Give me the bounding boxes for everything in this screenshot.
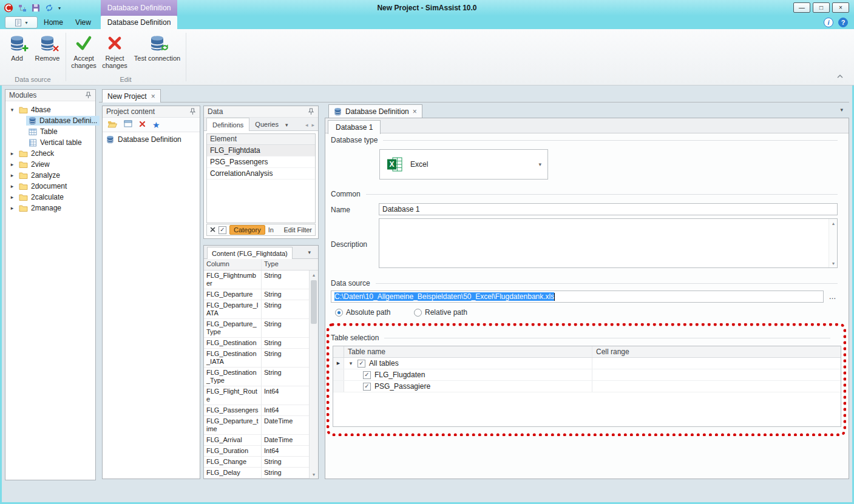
ribbon-tab-home[interactable]: Home [39,16,68,29]
grid-row[interactable]: FLG_DurationInt64 [204,446,309,457]
grid-row[interactable]: FLG_DelayString [204,468,309,479]
minimize-button[interactable]: — [793,2,810,13]
expander-icon[interactable]: ▸ [8,194,16,200]
favorite-star-icon[interactable]: ★ [152,121,160,129]
close-button[interactable]: × [832,2,849,13]
sync-icon[interactable] [45,4,53,12]
memo-scrollbar[interactable]: ▴ ▾ [829,219,837,267]
test-connection-button[interactable]: Test connection [131,33,183,62]
tree-item-4base[interactable]: ▾ 4base [5,104,95,115]
radio-relative-path[interactable]: Relative path [414,308,467,317]
cell-range-value[interactable] [592,358,841,369]
delete-button[interactable] [139,121,146,129]
expander-icon[interactable]: ▸ [8,150,16,156]
tree-item-vertical-table[interactable]: Vertical table [5,137,95,148]
grid-row[interactable]: FLG_Flight_RouteInt64 [204,386,309,405]
pin-icon[interactable] [85,92,92,99]
content-dropdown-icon[interactable]: ▾ [308,249,311,255]
expander-icon[interactable]: ▸ [8,183,16,189]
document-tab-new-project[interactable]: New Project × [102,89,161,102]
accept-changes-button[interactable]: Accept changes [69,33,98,69]
open-folder-button[interactable] [107,120,117,130]
pin-icon[interactable] [308,108,314,115]
close-tab-icon[interactable]: × [151,92,155,101]
column-header-type[interactable]: Type [262,259,309,270]
cell-range-value[interactable] [592,369,841,380]
contextual-tab-header[interactable]: Database Definition [101,0,177,16]
qat-customize-caret-icon[interactable]: ▾ [58,5,61,11]
table-row-flg-flugdaten[interactable]: ✓ FLG_Flugdaten [333,369,841,381]
tree-item-2manage[interactable]: ▸ 2manage [5,203,95,213]
filter-enabled-checkbox[interactable]: ✓ [219,226,226,234]
add-datasource-button[interactable]: Add [5,33,29,62]
checkbox-flg-flugdaten[interactable]: ✓ [363,371,371,379]
combo-caret-icon[interactable]: ▾ [538,161,541,167]
maximize-button[interactable]: □ [813,2,830,13]
column-header-cell-range[interactable]: Cell range [592,346,841,357]
name-field[interactable]: Database 1 [379,203,838,215]
list-item-psg-passengers[interactable]: PSG_Passengers [207,156,315,168]
tab-queries[interactable]: Queries [249,118,284,130]
scroll-down-icon[interactable]: ▾ [829,259,838,267]
grid-row[interactable]: FLG_FlightnumberString [204,270,309,289]
edit-filter-button[interactable]: Edit Filter [284,226,312,234]
grid-row[interactable]: FLG_PassengersInt64 [204,405,309,416]
close-tab-icon[interactable]: × [413,107,417,116]
reject-changes-button[interactable]: Reject changes [100,33,130,69]
clear-filter-button[interactable] [210,226,215,234]
checkbox-all-tables[interactable]: ✓ [358,360,365,368]
source-path-field[interactable]: C:\Daten\10_Allgemeine_Beispieldaten\50_… [331,291,824,303]
scroll-left-icon[interactable]: ◂ [305,122,308,128]
grid-row[interactable]: FLG_DestinationString [204,338,309,349]
grid-row[interactable]: FLG_DepartureString [204,289,309,300]
browse-button[interactable]: … [827,291,839,303]
window-button[interactable] [124,120,132,129]
database-type-combobox[interactable]: X Excel ▾ [379,149,548,180]
tree-item-2calculate[interactable]: ▸ 2calculate [5,192,95,203]
expander-icon[interactable]: ▸ [8,205,16,211]
grid-row[interactable]: FLG_Departure_timeDateTime [204,416,309,435]
grid-row[interactable]: FLG_Destination_IATAString [204,349,309,368]
vertical-scrollbar[interactable]: ▴ ▾ [309,270,318,479]
collapse-ribbon-button[interactable] [835,72,846,81]
tree-item-2document[interactable]: ▸ 2document [5,181,95,192]
grid-row[interactable]: FLG_Destination_TypeString [204,368,309,386]
document-list-caret-icon[interactable]: ▾ [840,107,843,113]
scroll-right-icon[interactable]: ▸ [311,122,314,128]
cell-range-value[interactable] [592,381,841,392]
column-header-column[interactable]: Column [204,259,262,270]
radio-absolute-path[interactable]: Absolute path [335,308,390,317]
scroll-up-icon[interactable]: ▴ [829,219,838,227]
column-header-table-name[interactable]: Table name [344,346,592,357]
collapse-icon[interactable]: ▾ [348,360,354,366]
tab-database-1[interactable]: Database 1 [328,120,381,134]
project-item-database-definition[interactable]: Database Definition [103,133,200,146]
grid-row[interactable]: FLG_ArrivalDateTime [204,435,309,446]
tab-content-flg-flightdata[interactable]: Content (FLG_Flightdata) [207,247,293,259]
ribbon-tab-database-definition[interactable]: Database Definition [101,16,177,29]
table-row-all-tables[interactable]: ▶ ▾ ✓ All tables [333,358,841,369]
scroll-up-icon[interactable]: ▴ [310,270,318,279]
expander-icon[interactable]: ▸ [8,172,16,178]
tree-item-2view[interactable]: ▸ 2view [5,159,95,170]
grid-row[interactable]: FLG_Departure_TypeString [204,319,309,338]
info-button[interactable]: i [824,18,833,27]
expander-icon[interactable]: ▾ [8,107,16,113]
description-field[interactable]: ▴ ▾ [379,218,838,268]
grid-row[interactable]: FLG_Departure_IATAString [204,300,309,319]
element-column-header[interactable]: Element [207,134,315,145]
tree-item-2analyze[interactable]: ▸ 2analyze [5,170,95,181]
tree-item-table[interactable]: Table [5,126,95,137]
tab-definitions[interactable]: Definitions [206,118,249,131]
tree-item-2check[interactable]: ▸ 2check [5,148,95,159]
scroll-down-icon[interactable]: ▾ [310,470,318,479]
app-logo-icon[interactable] [4,3,13,13]
help-button[interactable]: ? [838,18,848,27]
checkbox-psg-passagiere[interactable]: ✓ [363,383,371,391]
pin-icon[interactable] [189,108,196,115]
remove-datasource-button[interactable]: Remove [32,33,63,62]
tab-dropdown-icon[interactable]: ▾ [284,122,291,130]
ribbon-tab-view[interactable]: View [69,16,97,29]
branch-icon[interactable] [18,4,27,12]
expander-icon[interactable]: ▸ [8,161,16,167]
